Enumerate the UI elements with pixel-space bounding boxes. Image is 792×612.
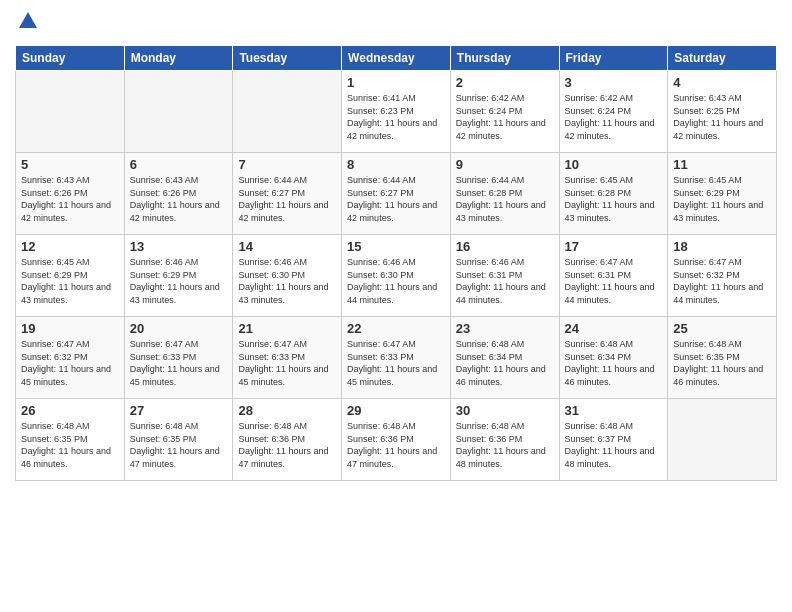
day-info: Sunrise: 6:46 AMSunset: 6:30 PMDaylight:… bbox=[347, 256, 445, 306]
svg-marker-0 bbox=[19, 12, 37, 28]
day-info: Sunrise: 6:47 AMSunset: 6:32 PMDaylight:… bbox=[21, 338, 119, 388]
weekday-header-monday: Monday bbox=[124, 46, 233, 71]
day-info: Sunrise: 6:42 AMSunset: 6:24 PMDaylight:… bbox=[565, 92, 663, 142]
day-number: 12 bbox=[21, 239, 119, 254]
calendar-cell: 23Sunrise: 6:48 AMSunset: 6:34 PMDayligh… bbox=[450, 317, 559, 399]
day-info: Sunrise: 6:47 AMSunset: 6:33 PMDaylight:… bbox=[130, 338, 228, 388]
calendar-cell: 27Sunrise: 6:48 AMSunset: 6:35 PMDayligh… bbox=[124, 399, 233, 481]
day-info: Sunrise: 6:48 AMSunset: 6:34 PMDaylight:… bbox=[456, 338, 554, 388]
day-info: Sunrise: 6:45 AMSunset: 6:29 PMDaylight:… bbox=[21, 256, 119, 306]
day-info: Sunrise: 6:46 AMSunset: 6:31 PMDaylight:… bbox=[456, 256, 554, 306]
logo bbox=[15, 10, 39, 37]
calendar-cell: 17Sunrise: 6:47 AMSunset: 6:31 PMDayligh… bbox=[559, 235, 668, 317]
day-number: 19 bbox=[21, 321, 119, 336]
weekday-header-thursday: Thursday bbox=[450, 46, 559, 71]
logo-text bbox=[15, 10, 39, 37]
weekday-header-saturday: Saturday bbox=[668, 46, 777, 71]
calendar-cell: 2Sunrise: 6:42 AMSunset: 6:24 PMDaylight… bbox=[450, 71, 559, 153]
day-info: Sunrise: 6:48 AMSunset: 6:35 PMDaylight:… bbox=[130, 420, 228, 470]
calendar-week-row: 5Sunrise: 6:43 AMSunset: 6:26 PMDaylight… bbox=[16, 153, 777, 235]
calendar-cell: 15Sunrise: 6:46 AMSunset: 6:30 PMDayligh… bbox=[342, 235, 451, 317]
day-info: Sunrise: 6:42 AMSunset: 6:24 PMDaylight:… bbox=[456, 92, 554, 142]
calendar-cell: 5Sunrise: 6:43 AMSunset: 6:26 PMDaylight… bbox=[16, 153, 125, 235]
day-info: Sunrise: 6:48 AMSunset: 6:34 PMDaylight:… bbox=[565, 338, 663, 388]
day-info: Sunrise: 6:46 AMSunset: 6:29 PMDaylight:… bbox=[130, 256, 228, 306]
day-number: 3 bbox=[565, 75, 663, 90]
calendar-cell: 13Sunrise: 6:46 AMSunset: 6:29 PMDayligh… bbox=[124, 235, 233, 317]
calendar-cell: 24Sunrise: 6:48 AMSunset: 6:34 PMDayligh… bbox=[559, 317, 668, 399]
calendar-cell: 19Sunrise: 6:47 AMSunset: 6:32 PMDayligh… bbox=[16, 317, 125, 399]
day-info: Sunrise: 6:47 AMSunset: 6:32 PMDaylight:… bbox=[673, 256, 771, 306]
page: SundayMondayTuesdayWednesdayThursdayFrid… bbox=[0, 0, 792, 612]
calendar-cell: 28Sunrise: 6:48 AMSunset: 6:36 PMDayligh… bbox=[233, 399, 342, 481]
day-info: Sunrise: 6:47 AMSunset: 6:33 PMDaylight:… bbox=[238, 338, 336, 388]
weekday-header-friday: Friday bbox=[559, 46, 668, 71]
day-number: 15 bbox=[347, 239, 445, 254]
calendar-cell: 10Sunrise: 6:45 AMSunset: 6:28 PMDayligh… bbox=[559, 153, 668, 235]
weekday-header-tuesday: Tuesday bbox=[233, 46, 342, 71]
day-number: 21 bbox=[238, 321, 336, 336]
calendar-cell: 1Sunrise: 6:41 AMSunset: 6:23 PMDaylight… bbox=[342, 71, 451, 153]
day-info: Sunrise: 6:45 AMSunset: 6:29 PMDaylight:… bbox=[673, 174, 771, 224]
day-info: Sunrise: 6:44 AMSunset: 6:27 PMDaylight:… bbox=[347, 174, 445, 224]
calendar-cell: 31Sunrise: 6:48 AMSunset: 6:37 PMDayligh… bbox=[559, 399, 668, 481]
calendar-cell: 4Sunrise: 6:43 AMSunset: 6:25 PMDaylight… bbox=[668, 71, 777, 153]
day-number: 23 bbox=[456, 321, 554, 336]
calendar-cell: 6Sunrise: 6:43 AMSunset: 6:26 PMDaylight… bbox=[124, 153, 233, 235]
calendar-cell: 12Sunrise: 6:45 AMSunset: 6:29 PMDayligh… bbox=[16, 235, 125, 317]
day-number: 13 bbox=[130, 239, 228, 254]
day-info: Sunrise: 6:48 AMSunset: 6:36 PMDaylight:… bbox=[456, 420, 554, 470]
day-number: 5 bbox=[21, 157, 119, 172]
weekday-header-sunday: Sunday bbox=[16, 46, 125, 71]
day-number: 27 bbox=[130, 403, 228, 418]
day-info: Sunrise: 6:48 AMSunset: 6:37 PMDaylight:… bbox=[565, 420, 663, 470]
day-number: 26 bbox=[21, 403, 119, 418]
day-number: 28 bbox=[238, 403, 336, 418]
calendar-week-row: 19Sunrise: 6:47 AMSunset: 6:32 PMDayligh… bbox=[16, 317, 777, 399]
calendar-cell: 22Sunrise: 6:47 AMSunset: 6:33 PMDayligh… bbox=[342, 317, 451, 399]
day-number: 17 bbox=[565, 239, 663, 254]
day-info: Sunrise: 6:47 AMSunset: 6:33 PMDaylight:… bbox=[347, 338, 445, 388]
calendar-cell: 21Sunrise: 6:47 AMSunset: 6:33 PMDayligh… bbox=[233, 317, 342, 399]
weekday-header-wednesday: Wednesday bbox=[342, 46, 451, 71]
day-info: Sunrise: 6:44 AMSunset: 6:28 PMDaylight:… bbox=[456, 174, 554, 224]
calendar-cell: 14Sunrise: 6:46 AMSunset: 6:30 PMDayligh… bbox=[233, 235, 342, 317]
day-number: 4 bbox=[673, 75, 771, 90]
day-info: Sunrise: 6:44 AMSunset: 6:27 PMDaylight:… bbox=[238, 174, 336, 224]
day-number: 8 bbox=[347, 157, 445, 172]
header bbox=[15, 10, 777, 37]
calendar-cell: 11Sunrise: 6:45 AMSunset: 6:29 PMDayligh… bbox=[668, 153, 777, 235]
day-number: 6 bbox=[130, 157, 228, 172]
calendar-cell: 9Sunrise: 6:44 AMSunset: 6:28 PMDaylight… bbox=[450, 153, 559, 235]
day-number: 1 bbox=[347, 75, 445, 90]
day-info: Sunrise: 6:43 AMSunset: 6:26 PMDaylight:… bbox=[130, 174, 228, 224]
day-info: Sunrise: 6:48 AMSunset: 6:36 PMDaylight:… bbox=[347, 420, 445, 470]
day-info: Sunrise: 6:41 AMSunset: 6:23 PMDaylight:… bbox=[347, 92, 445, 142]
day-number: 29 bbox=[347, 403, 445, 418]
day-number: 16 bbox=[456, 239, 554, 254]
day-number: 20 bbox=[130, 321, 228, 336]
calendar-cell: 30Sunrise: 6:48 AMSunset: 6:36 PMDayligh… bbox=[450, 399, 559, 481]
calendar-cell: 8Sunrise: 6:44 AMSunset: 6:27 PMDaylight… bbox=[342, 153, 451, 235]
day-number: 10 bbox=[565, 157, 663, 172]
calendar-cell: 26Sunrise: 6:48 AMSunset: 6:35 PMDayligh… bbox=[16, 399, 125, 481]
day-info: Sunrise: 6:43 AMSunset: 6:25 PMDaylight:… bbox=[673, 92, 771, 142]
day-info: Sunrise: 6:47 AMSunset: 6:31 PMDaylight:… bbox=[565, 256, 663, 306]
day-number: 25 bbox=[673, 321, 771, 336]
day-info: Sunrise: 6:45 AMSunset: 6:28 PMDaylight:… bbox=[565, 174, 663, 224]
day-number: 11 bbox=[673, 157, 771, 172]
calendar-header-row: SundayMondayTuesdayWednesdayThursdayFrid… bbox=[16, 46, 777, 71]
calendar-cell: 25Sunrise: 6:48 AMSunset: 6:35 PMDayligh… bbox=[668, 317, 777, 399]
day-info: Sunrise: 6:46 AMSunset: 6:30 PMDaylight:… bbox=[238, 256, 336, 306]
day-number: 31 bbox=[565, 403, 663, 418]
day-number: 9 bbox=[456, 157, 554, 172]
calendar-cell bbox=[233, 71, 342, 153]
day-number: 2 bbox=[456, 75, 554, 90]
day-number: 24 bbox=[565, 321, 663, 336]
calendar-cell: 18Sunrise: 6:47 AMSunset: 6:32 PMDayligh… bbox=[668, 235, 777, 317]
logo-icon bbox=[17, 10, 39, 32]
day-number: 22 bbox=[347, 321, 445, 336]
calendar-cell bbox=[668, 399, 777, 481]
calendar-week-row: 12Sunrise: 6:45 AMSunset: 6:29 PMDayligh… bbox=[16, 235, 777, 317]
calendar: SundayMondayTuesdayWednesdayThursdayFrid… bbox=[15, 45, 777, 481]
